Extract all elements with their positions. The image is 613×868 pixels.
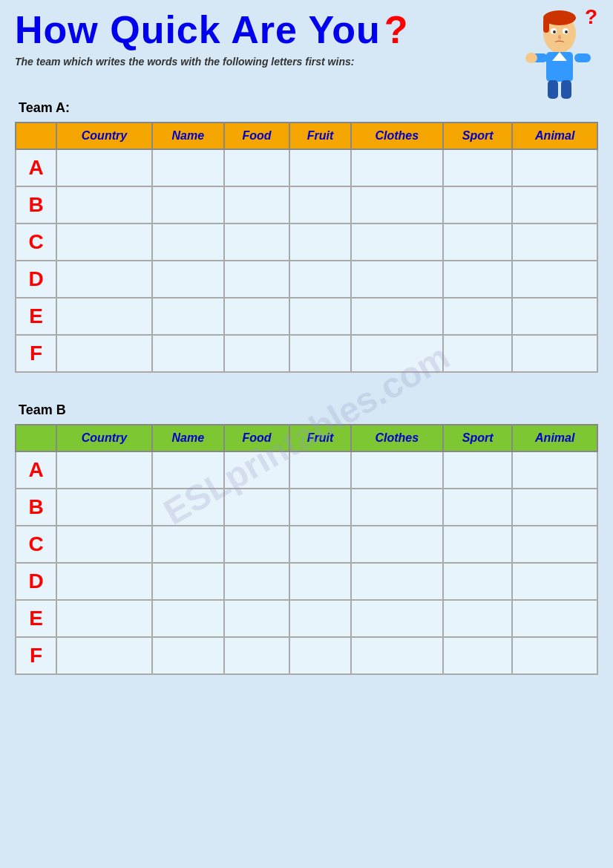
cell: [512, 637, 597, 674]
cell: [512, 223, 597, 261]
cell: [443, 223, 513, 261]
cell: [224, 600, 290, 637]
cell: [152, 186, 224, 223]
row-letter-f: F: [16, 335, 56, 372]
cell: [56, 451, 152, 489]
cell: [289, 149, 350, 186]
cell: [443, 186, 513, 223]
team-a-table: Country Name Food Fruit Clothes Sport An…: [15, 122, 598, 373]
cell: [351, 489, 443, 526]
table-row: B: [16, 186, 597, 223]
cell: [512, 261, 597, 298]
cell: [224, 451, 290, 489]
table-row: F: [16, 637, 597, 674]
cell: [152, 563, 224, 600]
cell: [289, 335, 350, 372]
cell: [443, 600, 513, 637]
table-row: D: [16, 261, 597, 298]
table-row: A: [16, 451, 597, 489]
svg-point-9: [551, 42, 568, 53]
team-b-col-empty: [16, 425, 56, 451]
cell: [224, 563, 290, 600]
cell: [443, 637, 513, 674]
cell: [512, 451, 597, 489]
team-a-col-fruit: Fruit: [289, 123, 350, 149]
cell: [152, 526, 224, 563]
svg-rect-3: [543, 18, 549, 33]
cell: [152, 149, 224, 186]
cell: [289, 261, 350, 298]
table-row: E: [16, 600, 597, 637]
team-a-col-empty: [16, 123, 56, 149]
row-letter-e: E: [16, 298, 56, 335]
cell: [152, 451, 224, 489]
cell: [152, 223, 224, 261]
team-b-col-clothes: Clothes: [351, 425, 443, 451]
team-a-col-country: Country: [56, 123, 152, 149]
row-letter-b: B: [16, 186, 56, 223]
cell: [443, 335, 513, 372]
cell: [56, 298, 152, 335]
cell: [351, 298, 443, 335]
team-b-table: Country Name Food Fruit Clothes Sport An…: [15, 424, 598, 675]
cell: [351, 526, 443, 563]
team-a-label: Team A:: [19, 100, 598, 116]
row-letter-c: C: [16, 223, 56, 261]
cell: [152, 600, 224, 637]
cell: [224, 489, 290, 526]
cell: [351, 261, 443, 298]
cell: [443, 451, 513, 489]
cell: [289, 489, 350, 526]
cell: [56, 223, 152, 261]
svg-point-8: [558, 35, 561, 39]
cell: [443, 526, 513, 563]
cell: [289, 637, 350, 674]
cell: [289, 223, 350, 261]
cell: [512, 600, 597, 637]
team-b-col-animal: Animal: [512, 425, 597, 451]
title-blue: How Quick Are You: [15, 7, 381, 52]
team-b-col-country: Country: [56, 425, 152, 451]
cell: [512, 298, 597, 335]
cell: [351, 149, 443, 186]
cell: [152, 335, 224, 372]
table-row: E: [16, 298, 597, 335]
cell: [224, 186, 290, 223]
cell: [289, 298, 350, 335]
cell: [224, 335, 290, 372]
cell: [224, 637, 290, 674]
cell: [224, 261, 290, 298]
cell: [56, 261, 152, 298]
team-a-col-animal: Animal: [512, 123, 597, 149]
team-b-col-name: Name: [152, 425, 224, 451]
cell: [224, 298, 290, 335]
team-a-section: Team A: Country Name Food Fruit Clothes …: [15, 100, 598, 373]
cell: [512, 149, 597, 186]
character-illustration: ?: [524, 7, 598, 97]
cell: [512, 335, 597, 372]
team-b-label: Team B: [19, 402, 598, 418]
row-letter-a: A: [16, 149, 56, 186]
cell: [224, 149, 290, 186]
cell: [152, 637, 224, 674]
cell: [56, 526, 152, 563]
team-b-col-fruit: Fruit: [289, 425, 350, 451]
cell: [224, 223, 290, 261]
cell: [443, 149, 513, 186]
cell: [224, 526, 290, 563]
cell: [289, 526, 350, 563]
subtitle: The team which writes the words with the…: [15, 56, 408, 68]
svg-point-6: [553, 30, 556, 33]
team-a-col-food: Food: [224, 123, 290, 149]
cell: [512, 186, 597, 223]
cell: [443, 298, 513, 335]
cell: [351, 223, 443, 261]
team-b-header-row: Country Name Food Fruit Clothes Sport An…: [16, 425, 597, 451]
table-row: A: [16, 149, 597, 186]
cell: [152, 489, 224, 526]
row-letter-a: A: [16, 451, 56, 489]
row-letter-d: D: [16, 563, 56, 600]
team-b-col-sport: Sport: [443, 425, 513, 451]
svg-point-14: [525, 53, 537, 63]
cell: [56, 335, 152, 372]
